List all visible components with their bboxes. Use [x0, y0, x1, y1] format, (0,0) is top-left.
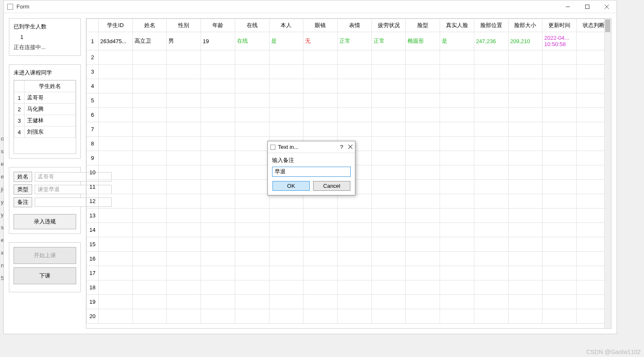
- remark-label: 备注: [14, 197, 32, 207]
- column-header[interactable]: 本人: [269, 19, 303, 32]
- close-button[interactable]: [597, 0, 616, 13]
- minimize-button[interactable]: [558, 0, 578, 13]
- dialog-titlebar: Text in... ?: [268, 141, 355, 153]
- column-header[interactable]: 脸型: [406, 19, 440, 32]
- table-row[interactable]: 5: [87, 93, 611, 108]
- table-row[interactable]: 7: [87, 122, 611, 137]
- column-header[interactable]: 表情: [338, 19, 372, 32]
- student-name-header: 学生姓名: [25, 81, 76, 92]
- type-label: 类型: [14, 184, 32, 195]
- table-row[interactable]: 2: [87, 50, 611, 65]
- window-title: Form: [17, 3, 29, 10]
- submit-violation-button[interactable]: 录入违规: [14, 214, 76, 229]
- column-header[interactable]: 脸部位置: [474, 19, 508, 32]
- dialog-cancel-button[interactable]: Cancel: [313, 181, 350, 191]
- column-header[interactable]: 年龄: [201, 19, 235, 32]
- list-item[interactable]: 2马化腾: [14, 104, 76, 115]
- table-row[interactable]: 14: [87, 223, 611, 237]
- table-row[interactable]: 20: [87, 309, 611, 324]
- start-class-button[interactable]: 开始上课: [14, 247, 76, 264]
- dialog-input[interactable]: [272, 167, 351, 177]
- violation-form-panel: 姓名 类型 备注 录入违规: [9, 167, 81, 234]
- table-row[interactable]: 15: [87, 237, 611, 252]
- table-row[interactable]: 1 263d475...高立卫男19 在线是 无正常 正常椭圆形 是247,23…: [87, 32, 611, 50]
- scrollbar-thumb[interactable]: [605, 19, 610, 32]
- name-label: 姓名: [14, 172, 32, 182]
- main-table-scrollbar[interactable]: [604, 19, 611, 328]
- column-header[interactable]: 姓名: [132, 19, 167, 32]
- column-header[interactable]: 真实人脸: [440, 19, 474, 32]
- table-row[interactable]: 12: [87, 194, 611, 209]
- table-row[interactable]: 4: [87, 79, 611, 93]
- dialog-close-button[interactable]: [348, 144, 352, 150]
- list-item[interactable]: 1孟哥哥: [14, 92, 76, 104]
- list-item[interactable]: 3王健林: [14, 115, 76, 126]
- list-item[interactable]: 4刘强东: [14, 126, 76, 138]
- arrived-panel: 已到学生人数 1 正在连接中...: [9, 18, 81, 56]
- titlebar: Form: [4, 0, 616, 13]
- table-row[interactable]: 18: [87, 280, 611, 295]
- maximize-button[interactable]: [578, 0, 597, 13]
- sidebar: 已到学生人数 1 正在连接中... 未进入课程同学 学生姓名 1孟哥哥2马化腾3…: [9, 18, 81, 329]
- arrived-label: 已到学生人数: [14, 23, 76, 30]
- class-actions-panel: 开始上课 下课: [9, 242, 81, 292]
- dialog-title: Text in...: [278, 144, 298, 150]
- column-header[interactable]: 学生ID: [99, 19, 133, 32]
- student-list[interactable]: 学生姓名 1孟哥哥2马化腾3王健林4刘强东: [14, 80, 76, 154]
- not-entered-panel: 未进入课程同学 学生姓名 1孟哥哥2马化腾3王健林4刘强东: [9, 64, 81, 159]
- text-input-dialog: Text in... ? 输入备注 OK Cancel: [267, 141, 355, 195]
- app-icon: [7, 4, 13, 10]
- table-row[interactable]: 17: [87, 266, 611, 280]
- table-row[interactable]: 3: [87, 65, 611, 79]
- dialog-label: 输入备注: [272, 157, 351, 164]
- column-header[interactable]: 眼镜: [303, 19, 338, 32]
- dialog-icon: [270, 145, 275, 150]
- table-row[interactable]: 13: [87, 209, 611, 223]
- end-class-button[interactable]: 下课: [14, 267, 76, 284]
- not-entered-title: 未进入课程同学: [14, 69, 76, 77]
- dialog-ok-button[interactable]: OK: [272, 181, 310, 191]
- arrived-count: 1: [14, 34, 76, 40]
- watermark: CSDN @Gaolw1102: [586, 349, 641, 355]
- connection-status: 正在连接中...: [14, 44, 76, 51]
- svg-rect-1: [586, 5, 589, 8]
- table-row[interactable]: 16: [87, 252, 611, 266]
- column-header[interactable]: 脸部大小: [508, 19, 542, 32]
- table-row[interactable]: 19: [87, 295, 611, 309]
- column-header[interactable]: 性别: [167, 19, 201, 32]
- column-header[interactable]: 在线: [235, 19, 269, 32]
- column-header[interactable]: 更新时间: [542, 19, 577, 32]
- column-header[interactable]: 疲劳状况: [372, 19, 406, 32]
- dialog-help-button[interactable]: ?: [340, 144, 343, 150]
- table-row[interactable]: 6: [87, 108, 611, 122]
